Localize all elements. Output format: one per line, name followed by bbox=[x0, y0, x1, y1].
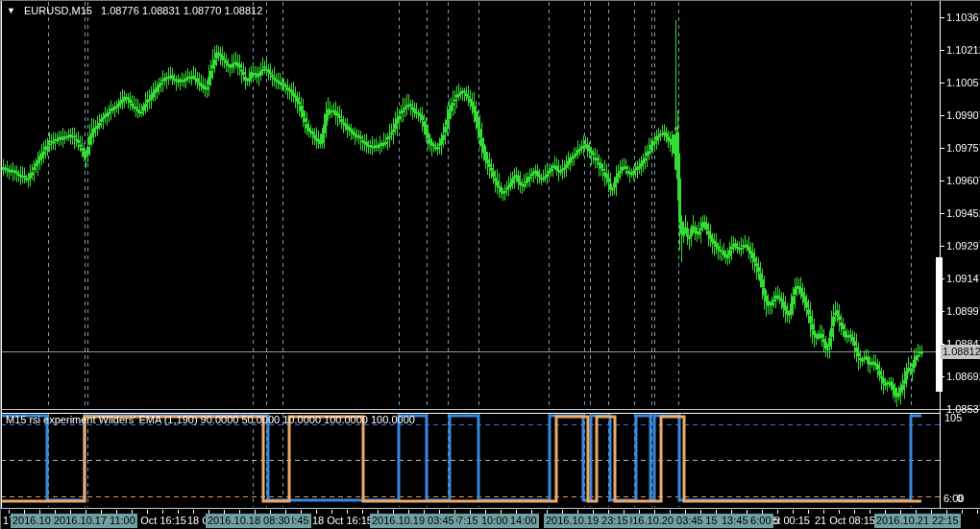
time-axis-divider bbox=[1, 508, 980, 509]
time-axis-label: 21 Oct 08:15 bbox=[813, 514, 877, 528]
chart-title: ▼ EURUSD,M15 1.08776 1.08831 1.08770 1.0… bbox=[7, 5, 262, 16]
price-axis-label: 1.10367 bbox=[946, 12, 980, 23]
price-scale-slider[interactable] bbox=[936, 257, 943, 392]
current-price-box: 1.08812 bbox=[941, 345, 980, 359]
price-axis-label: 1.09297 bbox=[946, 240, 980, 252]
price-axis-label: 1.10212 bbox=[946, 44, 980, 56]
price-axis-label: 1.09607 bbox=[946, 175, 980, 186]
price-axis-label: 1.10057 bbox=[946, 77, 980, 88]
time-axis-label: 18 Oct 16:15 bbox=[310, 514, 375, 528]
vertical-line-time-label: 14:00 bbox=[508, 514, 539, 528]
vertical-line-time-label: 2016.10.20 03:45 bbox=[619, 514, 705, 528]
indicator-scale-min: 0 bbox=[957, 493, 963, 504]
symbol-dropdown-icon[interactable]: ▼ bbox=[7, 6, 15, 15]
vertical-line-time-label: 2016.10.19 03:45 bbox=[370, 514, 456, 528]
vertical-line-time-label: 2016.10.21 22:15 bbox=[874, 514, 961, 528]
price-axis-label: 1.09907 bbox=[946, 109, 980, 121]
vertical-line-time-label: 2016.10.18 08:30 bbox=[206, 514, 292, 528]
ohlc-values: 1.08776 1.08831 1.08770 1.08812 bbox=[101, 5, 262, 16]
symbol-timeframe: EURUSD,M15 bbox=[24, 5, 92, 16]
price-axis-label: 1.09147 bbox=[946, 273, 980, 284]
vertical-line-time-label: 2016.10 bbox=[11, 514, 53, 528]
vertical-line-time-label: 10:00 bbox=[479, 514, 510, 528]
price-axis-label: 1.08692 bbox=[946, 371, 980, 382]
pane-divider[interactable] bbox=[1, 409, 980, 410]
price-axis-border bbox=[940, 1, 941, 508]
chart-window: ▼ EURUSD,M15 1.08776 1.08831 1.08770 1.0… bbox=[0, 0, 980, 529]
price-axis-label: 1.09757 bbox=[946, 142, 980, 154]
vertical-line-time-label: 13:45 bbox=[720, 514, 750, 528]
vertical-line-time-label: 2016.10.17 11:00 bbox=[52, 514, 137, 528]
indicator-label: M15 rsi experiment Wilders' EMA (1,190) … bbox=[6, 414, 415, 425]
indicator-scale-max: 105 bbox=[944, 412, 962, 423]
chart-canvas[interactable] bbox=[1, 1, 980, 529]
price-axis-label: 1.08997 bbox=[946, 305, 980, 317]
vertical-line-time-label: 2016.10.19 23:15 bbox=[544, 514, 630, 528]
price-axis-label: 1.09452 bbox=[946, 207, 980, 219]
